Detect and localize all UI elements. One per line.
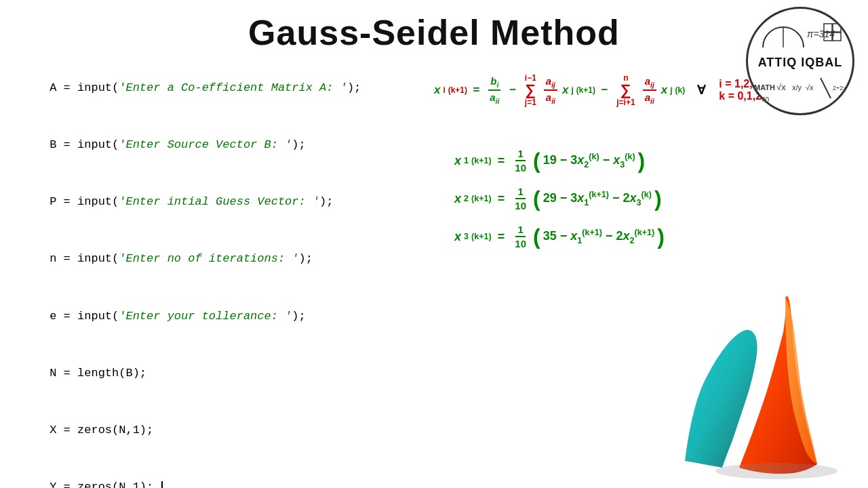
svg-text:MATH: MATH [754,83,775,92]
code-line-1: A = input('Enter a Co-efficient Matrix A… [8,60,420,117]
svg-text:π=314: π=314 [807,28,835,39]
main-formula: xi(k+1) = bi aii − i−1 ∑ j=1 aij aii [434,66,781,107]
logo-circle: π=314 ATTIQ IQBAL MATH √x x/y √x [746,7,854,115]
formula-x1: x1(k+1) = 1 10 ( 19 − 3x2(k) − x3(k) ) [454,148,665,174]
matlab-logo [671,271,861,488]
page-title: Gauss-Seidel Method [0,0,868,60]
formula-x3: x3(k+1) = 1 10 ( 35 − x1(k+1) − 2x2(k+1)… [454,224,665,249]
svg-line-10 [821,78,831,98]
logo-icons-bottom: MATH √x x/y √x 2+2=4 √290 [753,71,848,105]
logo-icons-top: π=314 [756,17,844,54]
code-line-4: n = input('Enter no of iterations: '); [8,230,420,287]
code-line-6: N = length(B); [8,345,420,402]
formula-x2: x2(k+1) = 1 10 ( 29 − 3x1(k+1) − 2x3(k) … [454,186,665,211]
svg-text:√290: √290 [754,96,770,104]
svg-text:√x: √x [806,83,814,92]
svg-text:2+2=4: 2+2=4 [833,85,848,92]
code-line-5: e = input('Enter your tollerance: '); [8,288,420,345]
code-line-2: B = input('Enter Source Vector B: '); [8,117,420,174]
code-line-3: P = input('Enter intial Guess Vector: ')… [8,174,420,230]
logo-name: ATTIQ IQBAL [758,56,843,70]
code-line-7: X = zeros(N,1); [8,402,420,459]
svg-text:x/y: x/y [792,83,802,92]
code-section: A = input('Enter a Co-efficient Matrix A… [0,60,420,487]
svg-text:√x: √x [776,82,786,92]
iterative-formulas: x1(k+1) = 1 10 ( 19 − 3x2(k) − x3(k) ) x… [454,148,665,262]
svg-point-13 [715,463,837,479]
code-line-8: Y = zeros(N,1); [8,459,420,488]
